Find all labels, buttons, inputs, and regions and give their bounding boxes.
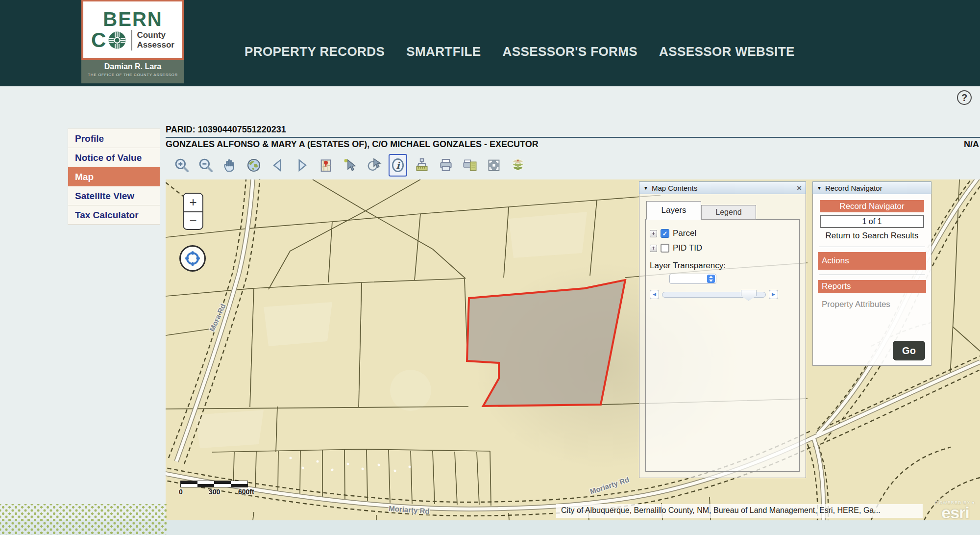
slider-thumb[interactable] [741,290,757,301]
layer-label-pid-tid: PID TID [673,243,702,253]
actions-section-button[interactable]: Actions [818,252,926,270]
map-canvas[interactable]: Mora Rd Moriarty Rd Moriarty Rd + − [166,179,980,520]
select-arrow-icon[interactable] [341,154,359,177]
sidebar-item-tax-calculator[interactable]: Tax Calculator [68,205,160,225]
nav-smartfile[interactable]: SMARTFILE [406,44,481,59]
scalebar-mid: 300 [209,488,220,496]
nav-property-records[interactable]: PROPERTY RECORDS [245,44,385,59]
slider-track[interactable] [662,292,766,298]
esri-logo: POWERED BY ● esri [935,500,975,520]
scalebar-end: 600ft [238,488,254,496]
map-attribution: City of Albuquerque, Bernalillo County, … [556,504,923,518]
powered-by-label: POWERED BY ● [935,500,975,505]
map-scalebar: 0 300 600ft [180,481,254,496]
sidebar-menu: Profile Notice of Value Map Satellite Vi… [68,128,160,225]
collapse-icon[interactable]: ▼ [643,185,648,191]
slider-right-arrow[interactable]: ▶ [769,290,778,299]
map-contents-title: Map Contents [652,184,697,192]
map-contents-tabs: Layers Legend [646,201,800,219]
measure-icon[interactable] [413,154,431,177]
main-nav: PROPERTY RECORDS SMARTFILE ASSESSOR'S FO… [245,44,795,59]
print-icon[interactable] [437,154,455,177]
zoom-out-icon[interactable] [196,154,215,177]
expand-icon[interactable]: + [650,245,657,252]
collapse-icon[interactable]: ▼ [817,185,822,191]
bernco-logo[interactable]: BERN C County [81,0,184,83]
next-extent-icon[interactable] [293,154,311,177]
tab-legend[interactable]: Legend [701,205,756,220]
parcel-checkbox[interactable]: ✓ [661,229,669,238]
overview-map-icon[interactable] [317,154,335,177]
layers-tab-content: + ✓ Parcel + PID TID Layer Transparency: [645,219,800,472]
sidebar-item-map[interactable]: Map [68,167,160,186]
record-navigator-panel: ▼ Record Navigator Record Navigator 1 of… [812,181,931,366]
layer-transparency-label: Layer Transparency: [650,261,795,271]
previous-extent-icon[interactable] [269,154,287,177]
zoom-in-icon[interactable] [172,154,191,177]
berncco-assessor-page: BERN C County [0,0,980,535]
map-toolbar: i [172,154,527,177]
tab-layers[interactable]: Layers [646,201,701,220]
owner-name: GONZALES ALFONSO & MARY A (ESTATES OF), … [166,139,539,149]
locate-crosshair-button[interactable] [179,245,206,272]
decorative-dots-pattern [0,504,167,535]
full-extent-globe-icon[interactable] [245,154,263,177]
transparency-slider: ◀ ▶ [650,290,795,299]
expand-icon[interactable]: + [650,230,657,237]
map-zoom-out-button[interactable]: − [184,211,202,229]
map-contents-header[interactable]: ▼ Map Contents × [639,181,806,194]
map-contents-panel: ▼ Map Contents × Layers Legend + ✓ Parce… [639,181,806,478]
pid-tid-checkbox[interactable] [661,244,669,253]
sidebar-item-profile[interactable]: Profile [68,129,160,148]
layers-icon[interactable] [509,154,527,177]
property-attributes-label: Property Attributes [822,300,926,309]
identify-info-icon[interactable]: i [389,154,407,177]
record-position-box[interactable]: 1 of 1 [820,215,924,228]
return-to-search-results-link[interactable]: Return to Search Results [818,231,926,241]
logo-divider [131,30,132,51]
sidebar-item-satellite-view[interactable]: Satellite View [68,186,160,205]
close-icon[interactable]: × [797,184,802,192]
record-right-value: N/A [964,139,979,150]
nav-assessors-forms[interactable]: ASSESSOR'S FORMS [503,44,638,59]
sidebar-item-notice-of-value[interactable]: Notice of Value [68,148,160,167]
assessor-name: Damian R. Lara [81,62,184,71]
nav-assessor-website[interactable]: ASSESSOR WEBSITE [659,44,795,59]
full-screen-icon[interactable] [485,154,503,177]
record-navigator-banner: Record Navigator [820,200,924,212]
layer-row-parcel: + ✓ Parcel [650,229,795,238]
top-header: BERN C County [0,0,980,86]
crosshair-icon [184,250,201,267]
slider-left-arrow[interactable]: ◀ [650,290,659,299]
go-button[interactable]: Go [893,341,925,360]
help-icon[interactable]: ? [957,90,972,105]
logo-strip: Damian R. Lara THE OFFICE OF THE COUNTY … [81,60,184,83]
scalebar-zero: 0 [179,488,183,496]
parid-value: PARID: 103904407551220231 [166,125,980,137]
pan-hand-icon[interactable] [220,154,239,177]
logo-word-bern: BERN [103,9,162,29]
select-stepper-icon[interactable] [707,275,715,283]
layer-row-pid-tid: + PID TID [650,243,795,253]
esri-wordmark: esri [935,505,975,520]
record-navigator-header[interactable]: ▼ Record Navigator [812,181,931,194]
logo-assessor: Assessor [137,40,174,50]
record-navigator-title: Record Navigator [825,184,882,192]
map-zoom-in-button[interactable]: + [184,194,202,211]
logo-county: County [137,30,174,40]
divider [819,247,925,247]
assessor-tagline: THE OFFICE OF THE COUNTY ASSESSOR [81,73,184,77]
layer-label-parcel: Parcel [673,229,696,238]
divider [819,275,925,275]
record-header: PARID: 103904407551220231 GONZALES ALFON… [166,125,980,151]
select-by-circle-icon[interactable] [365,154,383,177]
transparency-select[interactable] [669,274,716,284]
logo-card: BERN C County [81,0,184,60]
zia-sun-icon [108,31,126,50]
reports-section-button[interactable]: Reports [818,280,926,293]
map-zoom-control: + − [183,193,203,230]
export-map-icon[interactable] [461,154,479,177]
logo-letter-c: C [91,30,106,51]
